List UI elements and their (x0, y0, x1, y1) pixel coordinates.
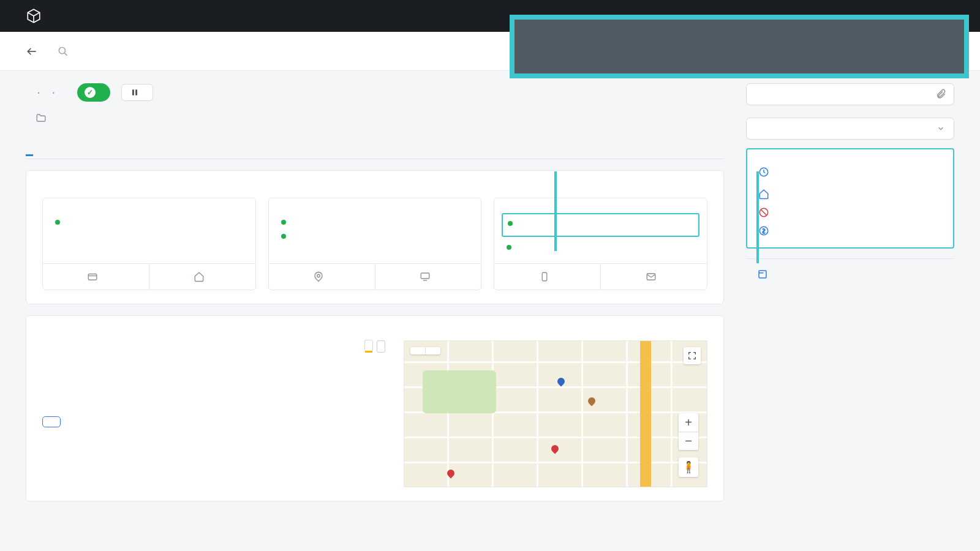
svg-line-16 (761, 210, 767, 216)
home-icon (758, 189, 769, 200)
bullet-dot-icon (507, 245, 511, 250)
intel-card-email (494, 198, 707, 290)
notes-input-wrap[interactable] (746, 83, 954, 105)
pause-icon (130, 88, 139, 97)
map[interactable]: +− 🧍 (404, 340, 707, 487)
map-zoom[interactable]: +− (679, 413, 698, 450)
actions-panel (746, 148, 954, 249)
home-icon (194, 271, 205, 282)
chevron-down-icon (937, 124, 945, 133)
svg-rect-5 (132, 89, 134, 95)
action-update-address[interactable] (758, 185, 942, 203)
view-transaction-history-button[interactable] (42, 416, 61, 427)
svg-rect-18 (759, 271, 766, 278)
svg-rect-10 (421, 273, 429, 279)
action-resubmit[interactable] (758, 163, 942, 181)
status-approved-badge: ✓ (77, 83, 110, 102)
map-roads (404, 341, 707, 487)
highlighted-signal (502, 213, 699, 237)
zoom-in-icon[interactable]: + (679, 413, 698, 432)
logo-icon (26, 8, 42, 24)
refresh-icon (758, 167, 769, 178)
card-stat[interactable] (43, 264, 149, 290)
bullet-dot-icon (281, 234, 286, 239)
intel-card-device (268, 198, 482, 290)
dollar-icon (758, 225, 769, 236)
archive-icon (757, 269, 768, 280)
bullet-dot-icon (508, 221, 513, 226)
mail-icon (646, 271, 657, 282)
debit-badge (377, 340, 385, 353)
check-icon: ✓ (85, 87, 96, 98)
map-tab-map[interactable] (410, 347, 425, 354)
order-summary-panel: +− 🧍 (26, 315, 724, 501)
order-header: · · ✓ (26, 83, 724, 102)
pegman-icon[interactable]: 🧍 (679, 457, 698, 477)
attachment-icon[interactable] (935, 89, 946, 100)
search-icon (58, 46, 69, 57)
separator-dot: · (37, 84, 40, 100)
card-stat[interactable] (494, 264, 600, 290)
action-cancel-guarantee[interactable] (758, 203, 942, 222)
svg-rect-6 (135, 89, 137, 95)
map-park (423, 370, 496, 413)
card-brand (364, 340, 385, 351)
svg-line-4 (64, 53, 67, 55)
callout-connector (554, 171, 557, 251)
card-icon (87, 271, 98, 282)
card-stat[interactable] (600, 264, 707, 290)
action-request-reimbursement[interactable] (758, 222, 942, 240)
detail-tabs (26, 140, 724, 159)
review-decision-select[interactable] (746, 118, 954, 140)
hold-button[interactable] (121, 84, 153, 101)
bullet-dot-icon (281, 220, 286, 225)
callout-connector (756, 171, 759, 263)
bullet-dot-icon (55, 220, 60, 225)
notes-input[interactable] (754, 89, 935, 100)
mobile-icon (539, 271, 550, 282)
map-highway (640, 341, 651, 487)
cancel-icon (758, 207, 769, 218)
folder-icon[interactable] (36, 113, 47, 124)
card-stat[interactable] (149, 264, 255, 290)
close-case-button[interactable] (746, 269, 954, 280)
divider (746, 258, 954, 259)
map-tab-satellite[interactable] (425, 347, 440, 354)
monitor-icon (420, 271, 431, 282)
svg-point-3 (59, 47, 65, 53)
intel-card-address (42, 198, 256, 290)
map-type-toggle[interactable] (410, 347, 440, 354)
svg-rect-7 (89, 274, 97, 280)
svg-point-9 (317, 274, 320, 277)
tab-order[interactable] (26, 140, 33, 156)
card-stat[interactable] (375, 264, 481, 290)
svg-rect-12 (542, 272, 547, 281)
intelligence-panel (26, 170, 724, 304)
fullscreen-icon[interactable] (684, 347, 701, 364)
pin-icon (313, 271, 324, 282)
zoom-out-icon[interactable]: − (679, 432, 698, 450)
card-stat[interactable] (269, 264, 375, 290)
visa-badge (364, 340, 373, 351)
back-to-results[interactable] (26, 45, 43, 58)
explainer-callout (510, 15, 969, 78)
brand-logo (26, 8, 48, 24)
payment-details (42, 362, 385, 407)
arrow-left-icon (26, 45, 38, 58)
order-meta (26, 113, 724, 129)
separator-dot: · (51, 84, 55, 100)
